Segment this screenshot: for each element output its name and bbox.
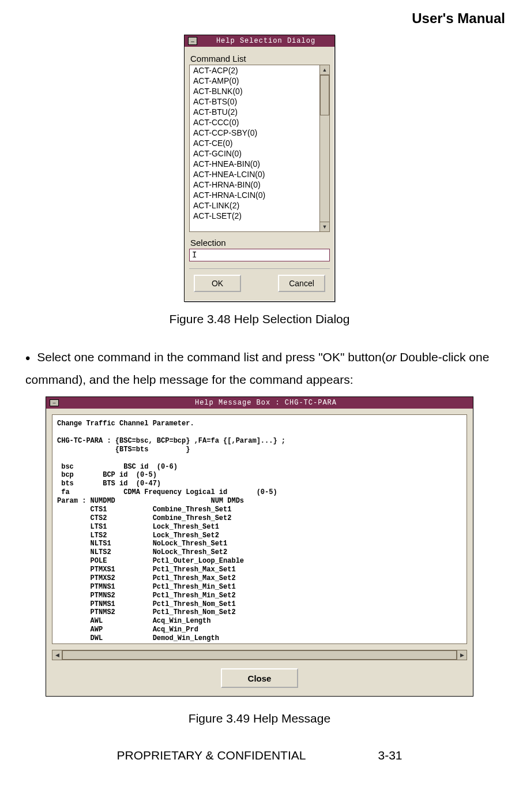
close-button[interactable]: Close	[221, 668, 298, 688]
selection-label: Selection	[190, 238, 330, 248]
list-item[interactable]: ACT-HRNA-BIN(0)	[190, 179, 319, 190]
page-header-right: User's Manual	[14, 10, 505, 27]
dialog-titlebar: – Help Message Box : CHG-TC-PARA	[46, 397, 473, 409]
selection-input[interactable]: I	[189, 249, 330, 261]
help-message-box: – Help Message Box : CHG-TC-PARA Change …	[46, 396, 473, 697]
list-item[interactable]: ACT-BLNK(0)	[190, 86, 319, 96]
instruction-bullet: • Select one command in the command list…	[25, 347, 494, 390]
vertical-scrollbar[interactable]: ▲ ▼	[320, 65, 330, 232]
list-item[interactable]: ACT-BTU(2)	[190, 107, 319, 117]
list-item[interactable]: ACT-CE(0)	[190, 138, 319, 148]
figure-caption-2: Figure 3.49 Help Message	[14, 712, 505, 725]
bullet-icon: •	[25, 350, 30, 366]
list-item[interactable]: ACT-CCC(0)	[190, 117, 319, 128]
dialog-title: Help Message Box : CHG-TC-PARA	[62, 399, 469, 407]
list-item[interactable]: ACT-BTS(0)	[190, 96, 319, 107]
list-item[interactable]: ACT-AMP(0)	[190, 76, 319, 86]
horizontal-scrollbar[interactable]: ◀ ▶	[52, 650, 467, 660]
page-number: 3-31	[378, 749, 402, 762]
scroll-thumb[interactable]	[320, 75, 329, 115]
page-footer: PROPRIETARY & CONFIDENTIAL 3-31	[14, 749, 505, 762]
bullet-text-or: or	[386, 350, 397, 364]
ok-button[interactable]: OK	[194, 275, 241, 292]
help-selection-dialog: – Help Selection Dialog Command List ACT…	[184, 35, 335, 302]
scroll-right-icon[interactable]: ▶	[457, 650, 467, 660]
scroll-up-icon[interactable]: ▲	[320, 65, 329, 75]
list-item[interactable]: ACT-HNEA-BIN(0)	[190, 159, 319, 169]
scroll-track[interactable]	[320, 75, 329, 222]
separator	[189, 268, 330, 269]
list-item[interactable]: ACT-GCIN(0)	[190, 148, 319, 159]
list-item[interactable]: ACT-LINK(2)	[190, 200, 319, 211]
list-item[interactable]: ACT-CCP-SBY(0)	[190, 128, 319, 138]
cancel-button[interactable]: Cancel	[278, 275, 325, 292]
help-text-area: Change Traffic Channel Parameter. CHG-TC…	[52, 414, 467, 644]
text-caret-icon: I	[192, 250, 197, 260]
scroll-track[interactable]	[62, 650, 457, 660]
list-item[interactable]: ACT-HNEA-LCIN(0)	[190, 169, 319, 179]
list-item[interactable]: ACT-HRNA-LCIN(0)	[190, 190, 319, 200]
dialog-title: Help Selection Dialog	[201, 37, 331, 45]
figure-caption-1: Figure 3.48 Help Selection Dialog	[14, 312, 505, 326]
command-list-label: Command List	[190, 54, 330, 63]
bullet-text-pre: Select one command in the command list a…	[37, 350, 385, 364]
scroll-left-icon[interactable]: ◀	[52, 650, 62, 660]
footer-left: PROPRIETARY & CONFIDENTIAL	[117, 749, 306, 762]
help-text-block: Change Traffic Channel Parameter. CHG-TC…	[57, 420, 462, 644]
command-listbox[interactable]: ACT-ACP(2) ACT-AMP(0) ACT-BLNK(0) ACT-BT…	[189, 65, 320, 232]
system-menu-icon[interactable]: –	[50, 399, 59, 406]
list-item[interactable]: ACT-ACP(2)	[190, 65, 319, 76]
scroll-thumb[interactable]	[62, 650, 457, 660]
system-menu-icon[interactable]: –	[188, 37, 197, 45]
list-item[interactable]: ACT-LSET(2)	[190, 211, 319, 221]
scroll-down-icon[interactable]: ▼	[320, 222, 329, 231]
dialog-titlebar: – Help Selection Dialog	[185, 35, 334, 47]
